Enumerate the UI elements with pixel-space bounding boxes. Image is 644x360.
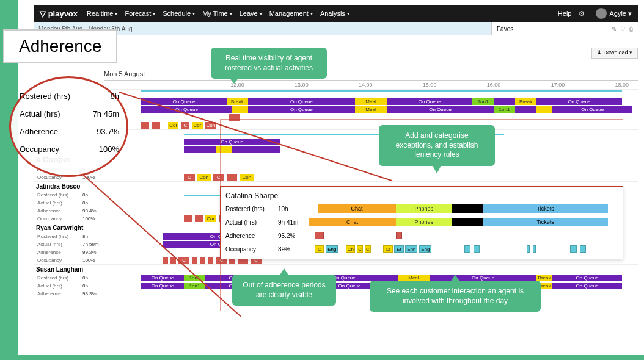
zoom-stats-circle: Rostered (hrs)8h Actual (hrs)7h 45m Adhe… [9, 76, 128, 177]
bar-onqueue[interactable]: On Queue [552, 106, 632, 113]
bar-interaction[interactable]: C [181, 122, 189, 129]
user-menu[interactable]: Agyle▾ [592, 8, 632, 19]
time-tick: 17:00 [551, 82, 565, 88]
nav-management[interactable]: Management▾ [269, 10, 313, 17]
rostered-row[interactable]: On Queue Break On Queue Meal On Queue 1o… [34, 98, 638, 106]
bar-interaction[interactable]: Cor [205, 215, 216, 222]
bar-out-of-adherence[interactable] [315, 232, 324, 239]
bar-interaction[interactable] [580, 245, 586, 253]
nav-realtime[interactable]: Realtime▾ [87, 10, 117, 17]
gear-icon[interactable]: ⚙ [579, 10, 585, 18]
bar-interaction[interactable] [527, 245, 530, 253]
bar-phones[interactable]: Phones [396, 218, 452, 226]
actual-row[interactable] [34, 146, 638, 154]
bar-onqueue[interactable]: On Queue [141, 283, 184, 289]
bar-onqueue[interactable]: On Queue [387, 106, 494, 113]
bar-interaction[interactable]: Con [240, 174, 254, 181]
bar-lunch[interactable]: Lunch [452, 204, 483, 213]
bar-interaction[interactable]: Ch [346, 245, 355, 253]
bar-break[interactable] [232, 106, 248, 113]
bar-out-of-adherence[interactable] [229, 114, 240, 121]
bar-interaction[interactable]: C [357, 245, 363, 253]
bar-interaction[interactable]: C [213, 174, 224, 181]
bar-interaction[interactable]: CI [383, 245, 392, 253]
row-label: Adherence [34, 291, 82, 297]
time-tick: 15:00 [423, 82, 437, 88]
bar-interaction[interactable]: C [365, 245, 371, 253]
bar-interaction[interactable]: Cor [192, 122, 202, 129]
bar-onqueue[interactable] [494, 98, 515, 105]
time-tick: 18:00 [615, 82, 629, 88]
bar-interaction[interactable] [184, 215, 192, 222]
save-icon[interactable]: ⎙ [629, 26, 633, 32]
bar-interaction[interactable]: C [184, 174, 194, 181]
bar-tickets[interactable]: Tickets [483, 218, 608, 226]
bar-onqueue[interactable]: On Queue [552, 283, 622, 289]
bar-break[interactable]: Break [536, 275, 552, 281]
nav-forecast[interactable]: Forecast▾ [125, 10, 155, 17]
row-value: 10h [278, 206, 309, 212]
heart-icon[interactable]: ♡ [620, 26, 626, 32]
nav-schedule[interactable]: Schedule▾ [163, 10, 195, 17]
bar-interaction[interactable] [570, 245, 576, 253]
download-button[interactable]: ⬇ Download ▾ [591, 48, 638, 59]
bar-break[interactable] [216, 146, 232, 153]
inset-actual-row[interactable]: Actual (hrs) 9h 41m Chat Phones Lunch Ti… [223, 216, 620, 228]
bar-interaction[interactable]: Enh [405, 245, 417, 253]
bar-onqueue[interactable] [232, 146, 280, 153]
slide-frame-bottom [0, 355, 644, 360]
agent-name[interactable]: Susan Langham [34, 265, 638, 274]
bar-interaction[interactable]: C [315, 245, 324, 253]
bar-break[interactable] [536, 106, 552, 113]
bar-interaction[interactable]: Eng [326, 245, 338, 253]
bar-onqueue[interactable]: On Queue [141, 275, 184, 281]
row-label: Adherence [223, 232, 278, 239]
bar-chat[interactable]: Chat [309, 218, 396, 226]
bar-onqueue[interactable] [515, 106, 536, 113]
bar-1on1[interactable]: 1on1 [494, 106, 515, 113]
bar-interaction[interactable] [474, 245, 480, 253]
inset-adherence-row: Adherence 95.2% [223, 229, 620, 242]
nav-mytime[interactable]: My Time▾ [202, 10, 232, 17]
bar-interaction[interactable] [208, 257, 213, 264]
bar-interaction[interactable] [464, 245, 470, 253]
bar-meal[interactable]: Meal [355, 98, 387, 105]
brand-logo: ▽ playvox [40, 9, 78, 18]
bar-interaction[interactable]: Cor [168, 122, 178, 129]
bar-interaction[interactable]: Eng [419, 245, 431, 253]
agent-name[interactable]: k Cooper [34, 154, 638, 165]
bar-lunch[interactable]: Lunch [452, 218, 483, 226]
row-value: 89% [278, 246, 309, 253]
bar-interaction[interactable] [195, 215, 203, 222]
bar-onqueue[interactable]: On Queue [248, 106, 355, 113]
bar-interaction[interactable] [141, 122, 149, 129]
nav-analysis[interactable]: Analysis▾ [320, 10, 349, 17]
inset-rostered-row[interactable]: Rostered (hrs) 10h Chat Phones Lunch Tic… [223, 203, 620, 215]
bar-onqueue[interactable]: On Queue [552, 275, 622, 281]
bar-1on1[interactable]: 1on1 [184, 283, 205, 289]
bar-break[interactable]: Break [515, 98, 536, 105]
bar-chat[interactable]: Chat [318, 204, 396, 213]
bar-interaction[interactable]: Er [394, 245, 403, 253]
bar-onqueue[interactable]: On Queue [387, 98, 472, 105]
bar-1on1[interactable]: 1on1 [472, 98, 494, 105]
nav-leave[interactable]: Leave▾ [240, 10, 262, 17]
pencil-icon[interactable]: ✎ [612, 26, 617, 32]
bar-break[interactable]: Break [227, 98, 248, 105]
bar-phones[interactable]: Phones [396, 204, 452, 213]
bar-interaction[interactable] [152, 122, 160, 129]
bar-interaction[interactable] [533, 245, 536, 253]
help-link[interactable]: Help [558, 10, 572, 17]
bar-onqueue[interactable]: On Queue [141, 106, 232, 113]
bar-interaction[interactable] [200, 257, 205, 264]
bar-tickets[interactable]: Tickets [483, 204, 608, 213]
bar-interaction[interactable] [227, 174, 237, 181]
bar-onqueue[interactable]: On Queue [536, 98, 622, 105]
bar-interaction[interactable] [163, 257, 168, 264]
bar-meal[interactable]: Meal [355, 106, 387, 113]
bar-out-of-adherence[interactable] [396, 232, 402, 239]
bar-onqueue[interactable] [184, 146, 216, 153]
bar-interaction[interactable] [192, 257, 197, 264]
bar-onqueue[interactable]: On Queue [248, 98, 355, 105]
bar-interaction[interactable]: Con [197, 174, 211, 181]
